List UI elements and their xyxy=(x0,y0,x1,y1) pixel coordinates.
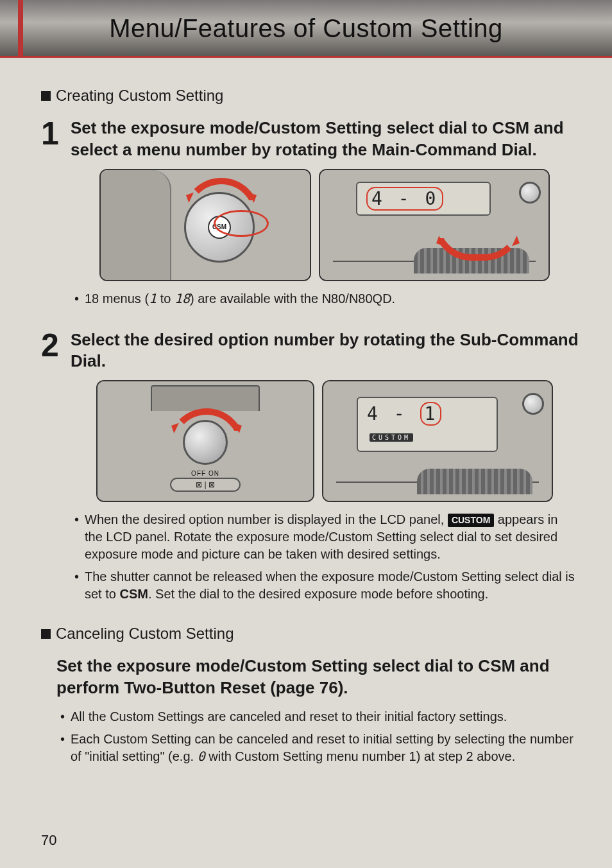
section-heading-text: Creating Custom Setting xyxy=(56,87,223,105)
cancel-instruction: Set the exposure mode/Custom Setting sel… xyxy=(56,655,579,699)
custom-indicator-badge: CUSTOM xyxy=(370,433,413,442)
step-2-title: Select the desired option number by rota… xyxy=(71,329,579,373)
cancel-bullet-2: • Each Custom Setting can be canceled an… xyxy=(60,731,579,765)
bullet2-post: . Set the dial to the desired exposure m… xyxy=(148,587,488,601)
step-1-body: Set the exposure mode/Custom Setting sel… xyxy=(71,117,579,313)
switch-slot: ⊠ | ⊠ xyxy=(170,478,241,492)
lcd-panel: 4 - 1 CUSTOM xyxy=(357,397,498,452)
step-1-note-text: 18 menus (1 to 18) are available with th… xyxy=(85,290,395,308)
red-accent-bar xyxy=(18,0,23,56)
power-switch-label: OFF ON xyxy=(191,470,219,477)
bullet2-csm: CSM xyxy=(119,587,148,601)
step-number: 1 xyxy=(41,117,62,313)
cancel-bullet-2-text: Each Custom Setting can be canceled and … xyxy=(71,731,579,765)
section-heading-text: Canceling Custom Setting xyxy=(56,625,234,643)
page-content: Creating Custom Setting 1 Set the exposu… xyxy=(0,58,612,783)
step-number: 2 xyxy=(41,329,62,609)
bullet-dot-icon: • xyxy=(74,290,81,308)
top-small-dial xyxy=(519,182,541,204)
bullet-dot-icon: • xyxy=(74,511,81,563)
diagram-mode-dial: CSM xyxy=(99,169,311,281)
cancel-bullet-1-text: All the Custom Settings are canceled and… xyxy=(71,708,507,725)
step-2-body: Select the desired option number by rota… xyxy=(71,329,579,609)
bullet1-pre: When the desired option number is displa… xyxy=(85,512,448,526)
step-1: 1 Set the exposure mode/Custom Setting s… xyxy=(41,117,579,313)
step-1-title-csm: CSM xyxy=(492,118,529,137)
lcd-highlight-oval: 1 xyxy=(420,402,441,426)
step-2-bullet-1-text: When the desired option number is displa… xyxy=(85,511,579,563)
cancel-bullet-1: • All the Custom Settings are canceled a… xyxy=(60,708,579,725)
lcd-panel: 4 - 0 xyxy=(356,182,491,216)
note-pre: 18 menus ( xyxy=(85,291,149,306)
bullet-dot-icon: • xyxy=(60,731,67,765)
diagram-lcd-step1: 4 - 0 xyxy=(319,169,550,281)
page-title: Menu/Features of Custom Setting xyxy=(0,0,612,43)
note-mid: to xyxy=(157,291,174,306)
highlight-oval-icon xyxy=(214,210,269,237)
bullet-dot-icon: • xyxy=(74,568,81,603)
diagram-sub-command-dial: OFF ON ⊠ | ⊠ xyxy=(96,380,314,502)
flash-head-shape xyxy=(151,385,260,411)
square-bullet-icon xyxy=(41,629,51,639)
step-2-bullet-2-text: The shutter cannot be released when the … xyxy=(85,568,579,603)
step-2-bullet-1: • When the desired option number is disp… xyxy=(74,511,579,563)
camera-grip xyxy=(101,170,171,280)
note-seg-b: 18 xyxy=(174,291,190,306)
bullet-dot-icon: • xyxy=(60,708,67,725)
section-heading-cancel: Canceling Custom Setting xyxy=(41,625,579,643)
step-1-diagrams: CSM 4 - 0 xyxy=(71,169,579,281)
section-heading-create: Creating Custom Setting xyxy=(41,87,579,105)
cancel-bullets: • All the Custom Settings are canceled a… xyxy=(56,708,579,765)
lcd-option-number: 0 xyxy=(425,188,438,209)
cancel-bullet2-seg: 0 xyxy=(198,749,205,764)
step-2: 2 Select the desired option number by ro… xyxy=(41,329,579,609)
diagram-lcd-step2: 4 - 1 CUSTOM xyxy=(322,380,553,502)
note-post: ) are available with the N80/N80QD. xyxy=(190,291,395,306)
step-1-title-pre: Set the exposure mode/Custom Setting sel… xyxy=(71,118,492,137)
cancel-body-pre: Set the exposure mode/Custom Setting sel… xyxy=(56,656,478,675)
square-bullet-icon xyxy=(41,91,51,101)
page-number: 70 xyxy=(41,832,56,849)
page-header: Menu/Features of Custom Setting xyxy=(0,0,612,58)
step-2-bullet-2: • The shutter cannot be released when th… xyxy=(74,568,579,603)
cancel-body-csm: CSM xyxy=(478,656,515,675)
lcd-highlight-oval: 4 - 0 xyxy=(366,187,443,211)
custom-badge-inline: CUSTOM xyxy=(448,514,494,527)
main-command-dial xyxy=(417,469,532,494)
note-seg-a: 1 xyxy=(149,291,157,306)
lcd-menu-number: 4 xyxy=(371,188,385,209)
top-small-dial xyxy=(522,393,544,415)
switch-marks: ⊠ | ⊠ xyxy=(196,480,215,489)
step-1-note: • 18 menus (1 to 18) are available with … xyxy=(74,290,579,308)
cancel-bullet2-post: with Custom Setting menu number 1) at st… xyxy=(205,749,516,763)
lcd-menu-number: 4 xyxy=(367,403,380,424)
step-2-diagrams: OFF ON ⊠ | ⊠ 4 - 1 CUSTOM xyxy=(71,380,579,502)
lcd-option-number: 1 xyxy=(424,403,438,424)
step-1-title: Set the exposure mode/Custom Setting sel… xyxy=(71,117,579,161)
